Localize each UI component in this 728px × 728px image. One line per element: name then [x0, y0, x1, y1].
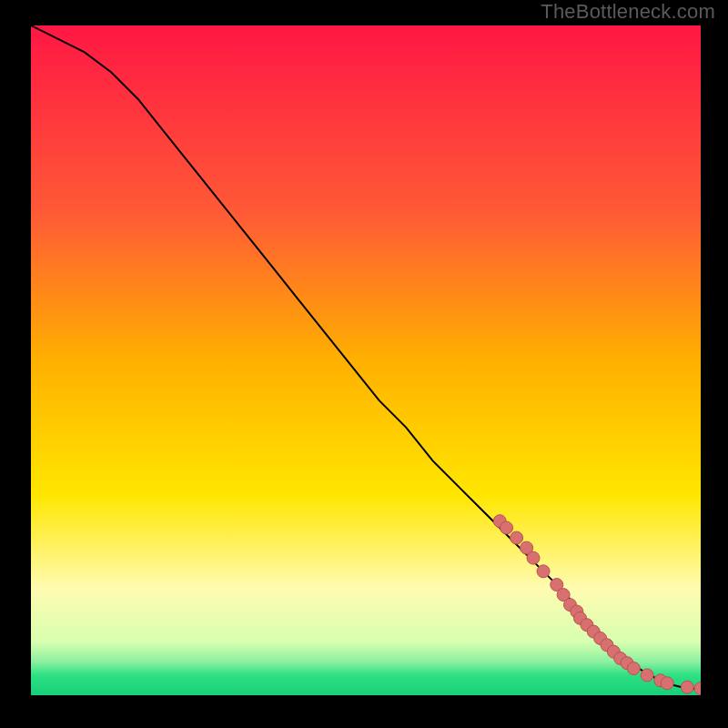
- scatter-point: [587, 625, 600, 638]
- scatter-point: [607, 645, 620, 658]
- scatter-point: [527, 551, 540, 564]
- scatter-point: [694, 682, 701, 695]
- scatter-point: [557, 589, 570, 602]
- scatter-point: [511, 531, 523, 544]
- watermark-text: TheBottleneck.com: [541, 0, 715, 24]
- scatter-point: [621, 657, 633, 670]
- gradient-background: [31, 25, 701, 695]
- plot-area: [31, 25, 701, 695]
- scatter-point: [563, 599, 576, 612]
- scatter-point: [551, 579, 563, 592]
- scatter-markers: [493, 515, 701, 695]
- scatter-point: [601, 639, 613, 652]
- scatter-point: [654, 674, 667, 687]
- scatter-point: [681, 681, 693, 693]
- chart-canvas: [31, 25, 701, 695]
- scatter-point: [493, 515, 506, 528]
- scatter-point: [661, 677, 673, 690]
- scatter-point: [521, 541, 533, 554]
- scatter-point: [627, 662, 640, 675]
- scatter-point: [574, 612, 587, 624]
- scatter-point: [500, 521, 513, 534]
- scatter-point: [537, 565, 550, 578]
- scatter-point: [614, 652, 627, 665]
- scatter-point: [571, 605, 583, 618]
- scatter-point: [641, 669, 653, 682]
- scatter-point: [594, 632, 607, 644]
- curve-line: [31, 25, 701, 689]
- chart-frame: TheBottleneck.com: [0, 0, 728, 728]
- scatter-point: [581, 619, 593, 632]
